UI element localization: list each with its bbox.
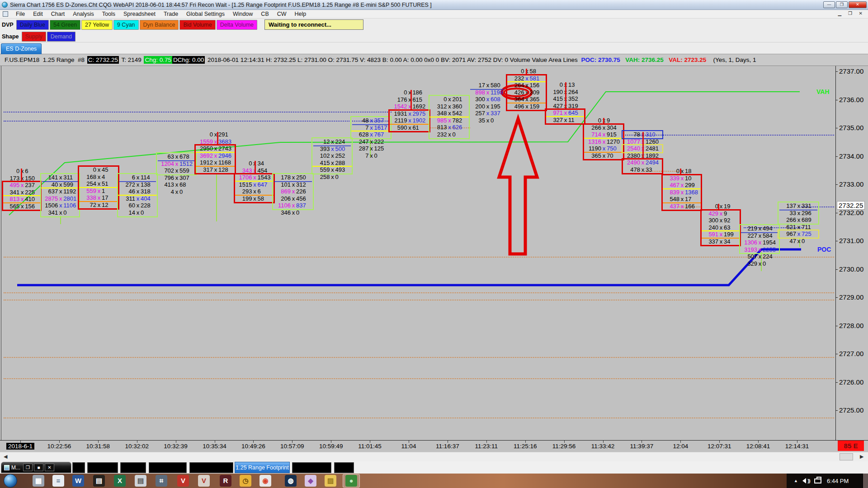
footprint-cell: 3692x2946 [196,152,234,160]
footprint-value: 312 [430,103,447,110]
taskbar-icon-v-tool[interactable]: V [198,475,210,487]
taskbar-icon-vlc-red[interactable]: V [177,475,189,487]
menu-trade[interactable]: Trade [160,10,182,18]
inactive-chart-window-button[interactable] [120,462,146,473]
time-axis[interactable]: 2018-6-110:22:5610:31:5810:32:0210:32:39… [0,440,868,452]
mdi-restore-button[interactable]: ❐ [23,464,33,471]
tab-es-d-zones[interactable]: ES D-Zones [1,43,42,54]
footprint-value: 309 [530,89,545,96]
toolbar-button-dyn-balance[interactable]: Dyn Balance [140,20,179,30]
footprint-value: 222 [374,138,390,145]
toolbar-button-supply[interactable]: Supply [22,32,46,42]
menu-file[interactable]: File [12,10,29,18]
footprint-value: 0 [430,96,447,103]
footprint-value: x [19,189,25,196]
window-titlebar[interactable]: Sierra Chart 1756 ES D-Zones.Cht CQG Web… [0,0,868,10]
price-label: 2726.00 [839,378,867,386]
toolbar-button-9-cyan[interactable]: 9 Cyan [113,20,139,30]
taskbar-icon-keyboard[interactable]: ⌗ [156,475,167,487]
taskbar-icon-word[interactable]: W [72,475,84,487]
inactive-chart-window-button[interactable] [72,462,85,473]
time-label: 11:33:42 [591,443,615,450]
footprint-value: 565 [4,203,19,210]
start-button[interactable] [4,474,17,488]
price-label: 2733.00 [839,180,867,188]
footprint-value: x [330,145,335,153]
close-button[interactable]: ✕ [849,1,867,8]
menu-chart[interactable]: Chart [47,10,69,18]
footprint-value: 311 [119,195,135,202]
footprint-cell: 2875x2801 [42,195,78,202]
inactive-chart-window-button[interactable] [292,462,331,473]
toolbar-button-27-yellow[interactable]: 27 Yellow [81,20,113,30]
taskbar-icon-excel[interactable]: X [114,475,126,487]
footprint-cell: 178x250 [274,174,312,181]
taskbar-icon-globe-dark[interactable]: ◍ [285,475,297,487]
inactive-chart-window-button[interactable] [87,462,118,473]
taskbar-icon-r-app[interactable]: R [220,475,231,487]
taskbar-icon-folder[interactable]: ▨ [325,475,336,487]
windows-taskbar: ▲ ))) 6:44 PM ▦≡W▤X▤⌗VVR◷◉◍◆▨● [0,474,868,488]
taskbar-icon-notepad[interactable]: ≡ [52,475,64,487]
speaker-icon[interactable] [802,478,806,483]
toolbar-button-demand[interactable]: Demand [47,32,75,42]
show-desktop-button[interactable] [863,474,868,488]
toolbar-button-delta-volume[interactable]: Delta Volume [217,20,257,30]
taskbar-icon-chrome[interactable]: ◉ [259,475,271,487]
footprint-column: 0x34343x4541706x15431515x647293x6199x58 [236,160,273,202]
menu-spreadsheet[interactable]: Spreadsheet [119,10,160,18]
taskbar-icon-address-book[interactable]: ▤ [93,475,105,487]
minimized-window-caption[interactable]: M... ❐ ■ ✕ [1,462,71,473]
scroll-right-arrow-icon[interactable]: ▶ [860,454,863,460]
footprint-column: 48x3577x1617628x767247x222287x1257x0 [352,117,390,160]
toolbar-button-daily-blue[interactable]: Daily Blue [16,20,49,30]
minimize-button[interactable]: — [823,1,835,8]
menu-edit[interactable]: Edit [29,10,47,18]
active-chart-window-button[interactable]: 1.25 Range Footprint [235,462,290,473]
footprint-value: 156 [25,203,40,210]
footprint-cell: 1306x1954 [741,239,778,246]
mdi-maximize-button[interactable]: ■ [34,464,43,471]
toolbar-button-bid-volume[interactable]: Bid Volume [179,20,215,30]
menu-global-settings[interactable]: Global Settings [182,10,229,18]
chart-area[interactable]: VAH POC 2732.25 0x6173x150495x237341x225… [0,66,868,440]
taskbar-icon-sierra-globe[interactable]: ● [345,475,357,487]
menu-cb[interactable]: CB [257,10,273,18]
footprint-column: 0x58232x581264x156426x309364x365496x159 [508,68,545,110]
footprint-value: 232 [430,131,447,138]
profile-separator-line [60,216,61,224]
footprint-cell: 346x0 [274,209,312,216]
footprint-value: x [447,103,453,110]
menu-analysis[interactable]: Analysis [69,10,98,18]
maximize-button[interactable]: ❐ [836,1,848,8]
footprint-value: x [369,117,374,124]
network-icon[interactable] [814,479,821,483]
footprint-value: 70 [607,152,623,160]
footprint-column: 137x33133x296266x689621x711967x72547x0 [779,202,817,245]
menu-window[interactable]: Window [229,10,257,18]
mdi-close-button[interactable]: ✕ [45,464,54,471]
taskbar-icon-calculator[interactable]: ▦ [33,475,44,487]
taskbar-clock[interactable]: 6:44 PM [827,478,849,484]
toolbar-button-54-green[interactable]: 54 Green [50,20,80,30]
taskbar-icon-paint[interactable]: ◆ [305,475,316,487]
tray-chevron-icon[interactable]: ▲ [794,479,798,483]
child-window-controls[interactable]: ▁ ❐ ✕ [838,11,865,16]
inactive-chart-window-button[interactable] [189,462,233,473]
inactive-chart-window-button[interactable] [149,462,187,473]
menu-cw[interactable]: CW [273,10,291,18]
scroll-thumb[interactable] [840,453,853,460]
menu-tools[interactable]: Tools [98,10,119,18]
price-tick [835,410,838,411]
scroll-left-arrow-icon[interactable]: ◀ [4,454,7,460]
menu-help[interactable]: Help [291,10,311,18]
footprint-value: 467 [663,182,679,189]
taskbar-icon-notes[interactable]: ▤ [135,475,146,487]
price-tick [835,354,838,354]
footprint-value: 17 [685,196,700,203]
footprint-cell: 548x17 [663,196,700,203]
price-label: 2730.00 [839,265,867,273]
inactive-chart-window-button[interactable] [334,462,354,473]
horizontal-scrollbar[interactable]: ◀ ▶ [0,452,868,461]
taskbar-icon-clock-app[interactable]: ◷ [240,475,251,487]
